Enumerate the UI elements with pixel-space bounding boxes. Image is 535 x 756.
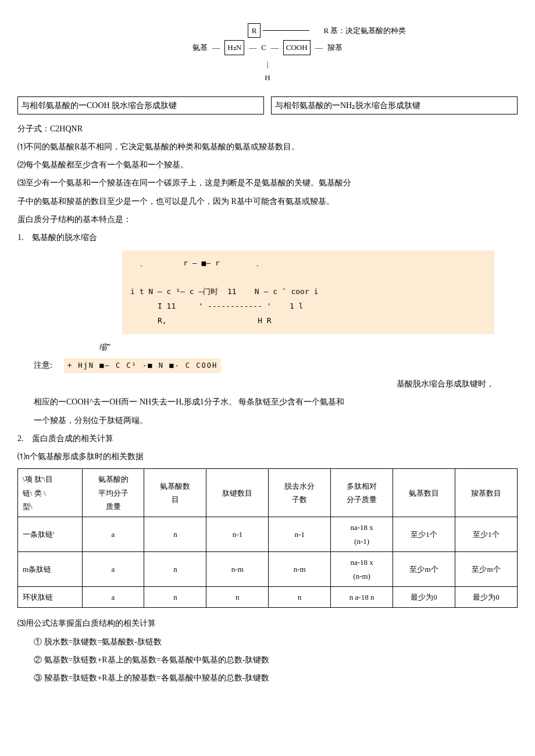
right-continuation: 基酸脱水缩合形成肽键时，: [17, 377, 494, 391]
center-c: C: [261, 41, 266, 54]
formula-2: ② 氨基数=肽链数+R基上的氨基数=各氨基酸中氨基的总数-肽键数: [34, 653, 518, 667]
table-row: 环状肽链 a n n n n a-18 n 最少为0 最少为0: [18, 586, 518, 607]
col-water-lost: 脱去水分 子数: [269, 469, 331, 517]
formula-1: ① 脱水数=肽键数=氨基酸数-肽链数: [34, 635, 518, 649]
item-2: 2. 蛋白质合成的相关计算: [17, 431, 518, 446]
formula-3: ③ 羧基数=肽链数+R基上的羧基数=各氨基酸中羧基的总数-肽键数: [34, 671, 518, 685]
explain-line2: 一个羧基，分别位于肽链两端。: [34, 413, 518, 428]
r-group-box: R: [248, 23, 261, 38]
peptide-bond-notes: 与相邻氨基酸的一COOH 脱水缩合形成肽键 与相邻氨基酸的一NH₂脱水缩合形成肽…: [17, 96, 518, 114]
table-header-row: \项 肽'\目 链\ 类 \ 型\ 氨基酸的 平均分子 质量 氨基酸数 目 肽键…: [18, 469, 518, 517]
formula-heading: ⑶用公式法掌握蛋白质结构的相关计算: [17, 616, 518, 630]
right-peptide-box: 与相邻氨基酸的一NH₂脱水缩合形成肽键: [271, 96, 518, 114]
point-1: ⑴不同的氨基酸R基不相同，它决定氨基酸的种类和氨基酸的氨基或羧基数目。: [17, 139, 518, 154]
col-amino-count: 氨基数目: [393, 469, 455, 517]
item-1: 1. 氨基酸的脱水缩合: [17, 230, 518, 245]
polypeptide-data-table: \项 肽'\目 链\ 类 \ 型\ 氨基酸的 平均分子 质量 氨基酸数 目 肽键…: [17, 468, 518, 608]
dehydration-diagram: 、 r — ■— r 、 i t N — c ¹— c ―门时 11 N — c…: [122, 250, 494, 334]
note-prefix: 注意:: [34, 358, 52, 372]
point-3-line2: 子中的氨基和羧基的数目至少是一个，也可以是几个，因为 R基中可能含有氨基或羧基。: [17, 194, 518, 209]
note-formula: + HjN ■— C C¹ -■ N ■- C COOH: [64, 359, 221, 374]
r-group-note: R 基：决定氨基酸的种类: [323, 24, 406, 37]
protein-structure-heading: 蛋白质分子结构的基本特点是：: [17, 212, 518, 227]
col-rel-mass: 多肽相对 分子质量: [331, 469, 393, 517]
table-row: 一条肽链' a n n-1 n-1 na-18 x (n-1) 至少1个 至少1…: [18, 517, 518, 552]
diagram-mid-note: 缩": [99, 340, 518, 354]
col-peptide-bonds: 肽键数目: [206, 469, 269, 517]
col-avg-mass: 氨基酸的 平均分子 质量: [82, 469, 144, 517]
col-carboxyl-count: 羧基数目: [455, 469, 517, 517]
point-3-line1: ⑶至少有一个氨基和一个羧基连在同一个碳原子上，这是判断是不是氨基酸的关键。氨基酸…: [17, 175, 518, 190]
molecular-formula: 分子式：C2HQNR: [17, 121, 518, 136]
col-aa-count: 氨基酸数 目: [144, 469, 206, 517]
table-row: m条肽链 a n n-m n-m na-18 x (n-m) 至少m个 至少m个: [18, 552, 518, 587]
h2n-box: H₂N: [224, 40, 244, 55]
table-intro: ⑴n个氨基酸形成多肽时的相关数据: [17, 449, 518, 464]
explain-line1: 相应的一COOH^去一OH而一 NH失去一H,形成1分子水。 每条肽链至少含有一…: [34, 395, 518, 409]
left-peptide-box: 与相邻氨基酸的一COOH 脱水缩合形成肽键: [17, 96, 264, 114]
amino-label: 氨基: [192, 41, 208, 54]
point-2: ⑵每个氨基酸都至少含有一个氨基和一个羧基。: [17, 157, 518, 172]
carboxyl-label: 羧基: [327, 41, 343, 54]
amino-acid-structure-diagram: R R 基：决定氨基酸的种类 氨基 — H₂N — C — COOH — 羧基 …: [17, 23, 518, 85]
header-rowlabel: \项 肽'\目 链\ 类 \ 型\: [18, 469, 83, 517]
bottom-h: H: [265, 73, 270, 82]
cooh-box: COOH: [283, 40, 311, 55]
